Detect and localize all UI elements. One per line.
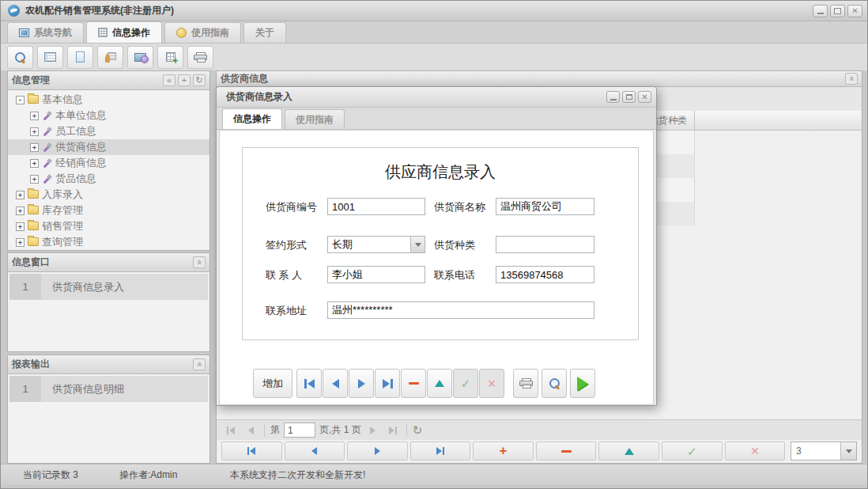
dropdown-button[interactable] [410, 237, 425, 252]
supplier-name-input[interactable] [496, 198, 594, 215]
supplier-code-input[interactable] [327, 198, 425, 215]
print-button[interactable] [187, 46, 213, 69]
pager-first-button[interactable] [223, 423, 239, 438]
last-record-button[interactable] [375, 369, 400, 398]
dialog-title-bar[interactable]: 供货商信息录入 ✕ [217, 87, 656, 108]
collapse-up-button[interactable]: « [193, 256, 206, 268]
run-button[interactable] [570, 369, 595, 398]
pager-prev-button[interactable] [243, 423, 259, 438]
window-close-button[interactable]: ✕ [847, 5, 862, 17]
contact-address-input[interactable] [327, 301, 594, 319]
tree-node-sales[interactable]: + 销售管理 [8, 218, 209, 234]
document-button[interactable] [67, 46, 93, 69]
expand-box-icon[interactable]: + [30, 112, 39, 120]
tab-about[interactable]: 关于 [243, 22, 286, 43]
check-icon: ✓ [461, 377, 471, 389]
record-next-button[interactable] [347, 442, 408, 461]
delete-record-button[interactable] [401, 369, 426, 398]
folder-icon [28, 222, 39, 230]
window-minimize-button[interactable] [813, 5, 828, 17]
supply-category-input[interactable] [496, 236, 594, 253]
tree-node-goods-info[interactable]: + 货品信息 [8, 171, 209, 187]
tree-node-unit-info[interactable]: + 本单位信息 [8, 108, 209, 123]
next-record-button[interactable] [349, 369, 374, 398]
contact-person-input[interactable] [327, 266, 425, 283]
tree-node-inbound[interactable]: + 入库录入 [8, 187, 209, 203]
collapse-left-button[interactable]: « [163, 74, 175, 86]
cancel-button[interactable]: ✕ [479, 369, 504, 398]
collapse-up-button[interactable]: « [845, 73, 858, 85]
tree-label: 入库录入 [42, 188, 83, 202]
tree-label: 销售管理 [42, 219, 83, 233]
contract-type-select[interactable] [327, 236, 425, 253]
record-last-button[interactable] [410, 442, 471, 461]
chevron-double-up-icon: « [847, 76, 856, 81]
dialog-tab-user-guide[interactable]: 使用指南 [285, 109, 345, 129]
user-report-button[interactable] [97, 46, 123, 69]
collapse-box-icon[interactable]: - [16, 96, 25, 104]
search-button[interactable] [7, 46, 33, 69]
collapse-up-button[interactable]: « [193, 358, 206, 370]
expand-box-icon[interactable]: + [30, 143, 39, 152]
page-size-select[interactable] [791, 442, 857, 461]
list-item[interactable]: 1 供货商信息明细 [9, 376, 208, 402]
record-add-button[interactable]: + [473, 442, 534, 461]
add-button[interactable]: + [178, 74, 191, 86]
folder-icon [28, 95, 39, 104]
tree-node-employee-info[interactable]: + 员工信息 [8, 123, 209, 139]
tree-node-basic-info[interactable]: - 基本信息 [8, 92, 209, 108]
expand-box-icon[interactable]: + [16, 238, 25, 247]
plus-icon: + [182, 76, 187, 85]
record-first-button[interactable] [221, 442, 282, 461]
contact-address-label: 联系地址 [266, 304, 307, 318]
page-number-input[interactable] [284, 423, 315, 438]
tree-node-supplier-info[interactable]: + 供货商信息 [8, 139, 209, 155]
refresh-button[interactable]: ↻ [413, 424, 423, 436]
dialog-maximize-button[interactable] [622, 91, 636, 103]
tab-user-guide[interactable]: 使用指南 [164, 22, 241, 43]
expand-box-icon[interactable]: + [30, 175, 39, 184]
pager-next-button[interactable] [365, 423, 381, 438]
window-restore-button[interactable] [830, 5, 845, 17]
expand-box-icon[interactable]: + [30, 127, 39, 136]
tab-system-nav[interactable]: 系统导航 [7, 22, 84, 43]
monitor-button[interactable] [127, 46, 153, 69]
dialog-tab-info-operate[interactable]: 信息操作 [222, 108, 282, 129]
dialog-minimize-button[interactable] [606, 91, 620, 103]
record-confirm-button[interactable]: ✓ [662, 442, 723, 461]
pager-last-button[interactable] [385, 423, 401, 438]
contact-phone-input[interactable] [496, 266, 594, 283]
record-edit-button[interactable] [598, 442, 659, 461]
tree-node-query[interactable]: + 查询管理 [8, 234, 209, 250]
expand-box-icon[interactable]: + [30, 159, 39, 168]
monitor-globe-icon [134, 53, 146, 62]
edit-record-button[interactable] [427, 369, 452, 398]
record-prev-button[interactable] [285, 442, 345, 461]
confirm-button[interactable]: ✓ [453, 369, 478, 398]
print-button[interactable] [513, 369, 538, 398]
grid-add-button[interactable] [157, 46, 183, 69]
refresh-button[interactable]: ↻ [193, 74, 206, 86]
list-label: 供货商信息录入 [41, 280, 124, 294]
page-size-value[interactable] [791, 442, 840, 460]
expand-box-icon[interactable]: + [16, 207, 25, 215]
first-record-button[interactable] [296, 369, 322, 398]
list-index: 1 [9, 376, 41, 402]
contact-person-label: 联 系 人 [266, 268, 302, 282]
prev-record-button[interactable] [323, 369, 348, 398]
expand-box-icon[interactable]: + [16, 222, 25, 231]
dialog-close-button[interactable]: ✕ [638, 91, 651, 103]
table-button[interactable] [37, 46, 63, 69]
list-item[interactable]: 1 供货商信息录入 [9, 274, 208, 300]
tab-info-operate[interactable]: 信息操作 [86, 21, 162, 43]
print-preview-button[interactable] [542, 369, 567, 398]
tree-node-dealer-info[interactable]: + 经销商信息 [8, 155, 209, 171]
tab-label: 系统导航 [34, 26, 72, 40]
add-record-button[interactable]: 增加 [253, 369, 292, 398]
tree-node-inventory[interactable]: + 库存管理 [8, 203, 209, 218]
nav-tree: - 基本信息 + 本单位信息 + 员工信息 + 供货商信息 + [8, 90, 209, 250]
record-delete-button[interactable] [536, 442, 597, 461]
expand-box-icon[interactable]: + [16, 191, 25, 199]
record-cancel-button[interactable]: ✕ [725, 442, 786, 461]
dropdown-button[interactable] [840, 442, 856, 460]
